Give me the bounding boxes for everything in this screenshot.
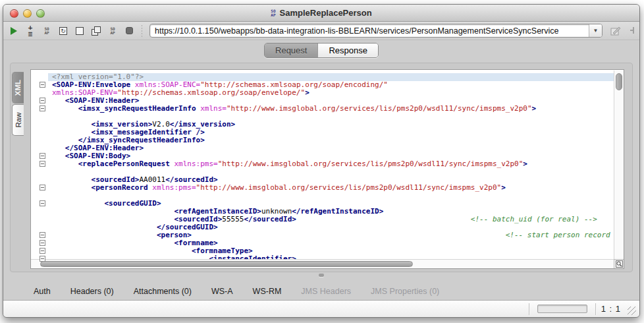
fold-toggle-icon[interactable] [40,82,45,88]
view-tab-row: Request Response [3,40,639,60]
status-bar: 1 : 1 [3,300,639,317]
status-separator [529,303,529,315]
fold-toggle-icon[interactable] [40,200,45,206]
caret-position: 1 : 1 [601,304,621,314]
fold-toggle-icon[interactable] [40,105,45,111]
create-empty-button[interactable] [74,26,85,36]
soapui-request-window: SOAP SampleReplacePerson +≡ SOAP ↻ SOAP … [3,4,640,318]
vertical-scrollbar-thumb[interactable] [616,73,622,90]
endpoint-combo: ▼ [149,24,603,38]
inspector-tab-jms-properties-0: JMS Properties (0) [371,287,439,296]
inspector-tab-ws-a[interactable]: WS-A [211,287,233,296]
recreate-icon: ↻ [59,27,67,35]
fold-toggle-icon[interactable] [40,98,45,103]
xml-editor[interactable]: <?xml version="1.0"?><SOAP-ENV:Envelope … [30,69,624,269]
inspector-tab-ws-rm[interactable]: WS-RM [253,287,282,296]
run-button[interactable] [9,26,19,36]
inspector-tab-headers-0[interactable]: Headers (0) [70,287,114,296]
code-line[interactable]: <personRecord xmlns:pms="http://www.imsg… [52,184,614,192]
play-icon [11,27,17,35]
close-window-button[interactable] [10,9,18,18]
clipped-toolbar-icon [629,26,634,36]
edit-endpoint-button[interactable] [608,25,623,37]
side-tab-xml[interactable]: XML [12,72,24,103]
splitter-handle[interactable] [319,274,324,277]
status-separator [595,303,596,315]
horizontal-scrollbar[interactable] [31,259,614,268]
code-line[interactable]: <imsx_syncRequestHeaderInfo xmlns="http:… [52,105,614,113]
tab-request[interactable]: Request [265,44,317,57]
request-editor-panel: <?xml version="1.0"?><SOAP-ENV:Envelope … [10,63,633,272]
tab-response[interactable]: Response [317,44,378,57]
endpoint-url-input[interactable] [150,24,589,37]
stop-icon [126,27,133,34]
recreate-request-button[interactable]: ↻ [58,26,68,36]
soapui-request-icon[interactable]: SOAP [41,26,52,36]
empty-square-icon [76,27,84,35]
fold-toggle-icon[interactable] [40,161,45,167]
horizontal-scrollbar-thumb[interactable] [40,261,413,267]
title-bar[interactable]: SOAP SampleReplacePerson [3,5,639,22]
magnifier-icon [616,260,623,268]
fold-toggle-icon[interactable] [40,232,45,238]
soapui-logo-icon: SOAP [271,9,275,17]
fold-margin[interactable] [31,73,48,259]
fold-toggle-icon[interactable] [40,185,45,191]
fold-toggle-icon[interactable] [40,240,45,246]
inspector-tabs: AuthHeaders (0)Attachments (0)WS-AWS-RMJ… [3,281,639,301]
editor-view-tabs: XML Raw [12,72,24,136]
fold-toggle-icon[interactable] [40,153,45,159]
inspector-tab-jms-headers: JMS Headers [301,287,351,296]
progress-bar [537,305,587,313]
endpoint-dropdown-button[interactable]: ▼ [589,24,602,37]
soapui-online-help-button[interactable]: SOAP [107,26,118,36]
fold-toggle-icon[interactable] [40,256,45,262]
code-lines[interactable]: <?xml version="1.0"?><SOAP-ENV:Envelope … [31,73,614,259]
clone-icon [92,26,101,36]
editor-zoom-button[interactable] [614,259,624,268]
toolbar-separator [142,25,142,37]
minimize-window-button[interactable] [23,9,32,18]
vertical-scrollbar[interactable] [614,71,624,259]
cancel-request-button[interactable] [124,26,134,36]
window-title: SampleReplacePerson [280,8,372,18]
code-line[interactable]: <replacePersonRequest xmlns:pms="http://… [52,160,614,168]
request-toolbar: +≡ SOAP ↻ SOAP ▼ [3,22,639,40]
inspector-tab-attachments-0[interactable]: Attachments (0) [134,287,192,296]
add-to-testcase-button[interactable]: +≡ [25,26,36,36]
fold-toggle-icon[interactable] [40,248,45,254]
clone-request-button[interactable] [91,26,101,36]
zoom-window-button[interactable] [36,9,45,18]
code-line[interactable]: </SOAP-ENV:Header> [52,144,614,152]
resize-grip-icon[interactable] [628,307,636,315]
edit-pencil-icon [610,26,621,36]
inspector-tab-auth[interactable]: Auth [34,287,51,296]
side-tab-raw[interactable]: Raw [12,104,24,136]
